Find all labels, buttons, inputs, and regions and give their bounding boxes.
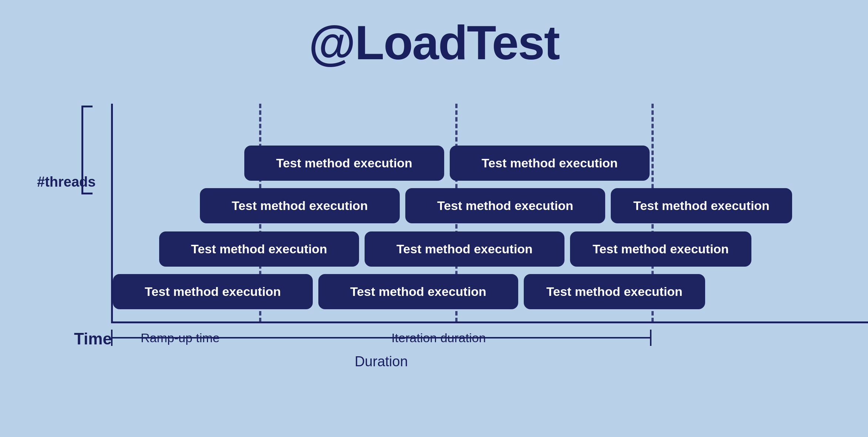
exec-box-r4-2: Test method execution	[318, 274, 518, 309]
exec-box-r3-2: Test method execution	[365, 231, 564, 267]
duration-line	[111, 337, 651, 338]
chart-wrapper: #threads Test method execution Test meth…	[30, 93, 838, 415]
exec-box-r1-2: Test method execution	[450, 146, 650, 181]
diagram-area: #threads Test method execution Test meth…	[30, 93, 838, 415]
exec-box-r2-1: Test method execution	[200, 188, 400, 223]
exec-box-r1-1: Test method execution	[244, 146, 444, 181]
page-title: @LoadTest	[309, 15, 559, 70]
exec-box-r2-2: Test method execution	[405, 188, 605, 223]
duration-tick-left	[111, 330, 113, 346]
exec-box-r3-3: Test method execution	[570, 231, 751, 267]
page-container: @LoadTest #threads Test method execution…	[0, 0, 868, 437]
threads-bracket	[81, 106, 93, 194]
time-label: Time	[74, 330, 112, 348]
duration-tick-right	[650, 330, 651, 346]
exec-box-r4-1: Test method execution	[113, 274, 313, 309]
exec-box-r2-3: Test method execution	[611, 188, 792, 223]
duration-label: Duration	[111, 354, 651, 370]
x-axis-line	[111, 321, 868, 323]
exec-box-r3-1: Test method execution	[159, 231, 359, 267]
exec-box-r4-3: Test method execution	[524, 274, 705, 309]
